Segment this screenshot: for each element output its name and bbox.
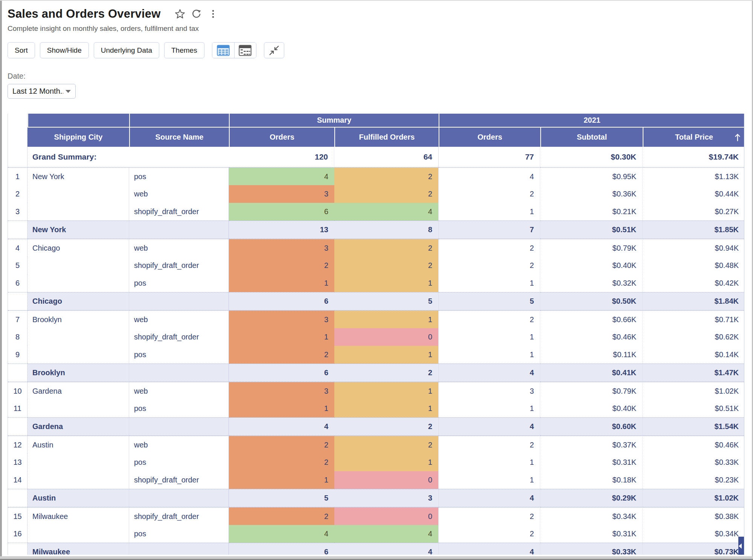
subtotal-cell[interactable]: $0.36K xyxy=(540,185,643,203)
fulfilled-orders-cell[interactable]: 2 xyxy=(334,185,439,203)
source-name-cell[interactable]: pos xyxy=(129,453,229,471)
orders-cell[interactable]: 3 xyxy=(229,185,334,203)
shipping-city-cell[interactable]: Brooklyn xyxy=(27,310,129,328)
total-price-cell[interactable]: $1.02K xyxy=(643,382,744,400)
source-name-cell[interactable]: pos xyxy=(129,274,229,292)
source-name-cell[interactable]: pos xyxy=(129,167,229,185)
orders-cell[interactable]: 3 xyxy=(229,310,334,328)
source-name-cell[interactable]: shopify_draft_order xyxy=(129,257,229,274)
2021-orders-cell[interactable]: 1 xyxy=(439,453,540,471)
collapse-icon[interactable] xyxy=(264,42,284,58)
shipping-city-cell[interactable] xyxy=(27,525,129,543)
orders-cell[interactable]: 3 xyxy=(229,382,334,400)
show-hide-button[interactable]: Show/Hide xyxy=(40,42,89,58)
orders-cell[interactable]: 2 xyxy=(229,507,334,525)
column-header-total-price[interactable]: Total Price xyxy=(643,128,744,147)
group-total-price-total[interactable]: $1.85K xyxy=(643,221,744,239)
fulfilled-orders-cell[interactable]: 1 xyxy=(334,310,439,328)
group-header-summary[interactable]: Summary xyxy=(229,114,439,128)
group-subtotal-total[interactable]: $0.51K xyxy=(540,221,643,239)
subtotal-cell[interactable]: $0.11K xyxy=(540,346,643,364)
subtotal-cell[interactable]: $0.79K xyxy=(540,239,643,257)
subtotal-cell[interactable]: $0.31K xyxy=(540,453,643,471)
window-scrollbar-horizontal[interactable] xyxy=(0,556,753,560)
2021-orders-cell[interactable]: 3 xyxy=(439,382,540,400)
shipping-city-cell[interactable] xyxy=(27,471,129,489)
shipping-city-cell[interactable] xyxy=(27,185,129,203)
total-price-cell[interactable]: $0.34K xyxy=(643,525,744,543)
source-name-cell[interactable]: pos xyxy=(129,346,229,364)
shipping-city-cell[interactable] xyxy=(27,453,129,471)
shipping-city-cell[interactable]: New York xyxy=(27,167,129,185)
column-header-fulfilled-orders[interactable]: Fulfilled Orders xyxy=(334,128,439,147)
source-name-cell[interactable]: pos xyxy=(129,400,229,417)
group-subtotal-total[interactable]: $0.41K xyxy=(540,364,643,382)
fulfilled-orders-cell[interactable]: 1 xyxy=(334,346,439,364)
group-fulfilled-total[interactable]: 3 xyxy=(334,489,439,507)
group-total-price-total[interactable]: $1.84K xyxy=(643,292,744,310)
total-price-cell[interactable]: $0.38K xyxy=(643,507,744,525)
grand-subtotal[interactable]: $0.30K xyxy=(540,147,643,167)
group-subtotal-total[interactable]: $0.50K xyxy=(540,292,643,310)
group-total-price-total[interactable]: $0.73K xyxy=(643,543,744,555)
shipping-city-cell[interactable]: Gardena xyxy=(27,382,129,400)
refresh-icon[interactable] xyxy=(191,8,202,20)
column-header-source-name[interactable]: Source Name xyxy=(129,128,229,147)
group-header-2021[interactable]: 2021 xyxy=(439,114,744,128)
source-name-cell[interactable]: shopify_draft_order xyxy=(129,328,229,346)
group-2021-orders-total[interactable]: 4 xyxy=(439,543,540,555)
total-price-cell[interactable]: $0.48K xyxy=(643,257,744,274)
grand-fulfilled-orders[interactable]: 64 xyxy=(334,147,439,167)
group-2021-orders-total[interactable]: 4 xyxy=(439,489,540,507)
shipping-city-cell[interactable] xyxy=(27,203,129,221)
group-orders-total[interactable]: 4 xyxy=(229,417,334,436)
group-orders-total[interactable]: 6 xyxy=(229,292,334,310)
source-name-cell[interactable]: web xyxy=(129,382,229,400)
2021-orders-cell[interactable]: 2 xyxy=(439,239,540,257)
group-subtotal-label[interactable]: Milwaukee xyxy=(27,543,129,555)
group-subtotal-label[interactable]: Austin xyxy=(27,489,129,507)
grand-2021-orders[interactable]: 77 xyxy=(439,147,540,167)
subtotal-cell[interactable]: $0.37K xyxy=(540,436,643,453)
total-price-cell[interactable]: $0.42K xyxy=(643,274,744,292)
orders-cell[interactable]: 4 xyxy=(229,167,334,185)
fulfilled-orders-cell[interactable]: 1 xyxy=(334,382,439,400)
group-subtotal-total[interactable]: $0.29K xyxy=(540,489,643,507)
2021-orders-cell[interactable]: 2 xyxy=(439,436,540,453)
scrollbar-thumb[interactable] xyxy=(738,537,744,555)
orders-cell[interactable]: 1 xyxy=(229,400,334,417)
orders-cell[interactable]: 2 xyxy=(229,453,334,471)
source-name-cell[interactable]: web xyxy=(129,185,229,203)
fulfilled-orders-cell[interactable]: 1 xyxy=(334,453,439,471)
shipping-city-cell[interactable]: Austin xyxy=(27,436,129,453)
group-orders-total[interactable]: 6 xyxy=(229,543,334,555)
source-name-cell[interactable]: web xyxy=(129,436,229,453)
total-price-cell[interactable]: $0.94K xyxy=(643,239,744,257)
fulfilled-orders-cell[interactable]: 1 xyxy=(334,400,439,417)
total-price-cell[interactable]: $0.46K xyxy=(643,436,744,453)
column-header-shipping-city[interactable]: Shipping City xyxy=(27,128,129,147)
group-fulfilled-total[interactable]: 4 xyxy=(334,543,439,555)
subtotal-cell[interactable]: $0.21K xyxy=(540,203,643,221)
2021-orders-cell[interactable]: 1 xyxy=(439,400,540,417)
orders-cell[interactable]: 1 xyxy=(229,274,334,292)
column-header-orders[interactable]: Orders xyxy=(439,128,540,147)
fulfilled-orders-cell[interactable]: 2 xyxy=(334,239,439,257)
2021-orders-cell[interactable]: 1 xyxy=(439,274,540,292)
shipping-city-cell[interactable] xyxy=(27,346,129,364)
orders-cell[interactable]: 2 xyxy=(229,257,334,274)
2021-orders-cell[interactable]: 1 xyxy=(439,328,540,346)
orders-cell[interactable]: 1 xyxy=(229,471,334,489)
source-name-cell[interactable]: shopify_draft_order xyxy=(129,507,229,525)
group-subtotal-total[interactable]: $0.33K xyxy=(540,543,643,555)
fulfilled-orders-cell[interactable]: 2 xyxy=(334,167,439,185)
group-fulfilled-total[interactable]: 5 xyxy=(334,292,439,310)
fulfilled-orders-cell[interactable]: 4 xyxy=(334,203,439,221)
group-subtotal-label[interactable]: Gardena xyxy=(27,417,129,436)
total-price-cell[interactable]: $0.51K xyxy=(643,400,744,417)
group-subtotal-total[interactable]: $0.60K xyxy=(540,417,643,436)
shipping-city-cell[interactable] xyxy=(27,400,129,417)
2021-orders-cell[interactable]: 2 xyxy=(439,310,540,328)
2021-orders-cell[interactable]: 1 xyxy=(439,346,540,364)
group-fulfilled-total[interactable]: 2 xyxy=(334,417,439,436)
